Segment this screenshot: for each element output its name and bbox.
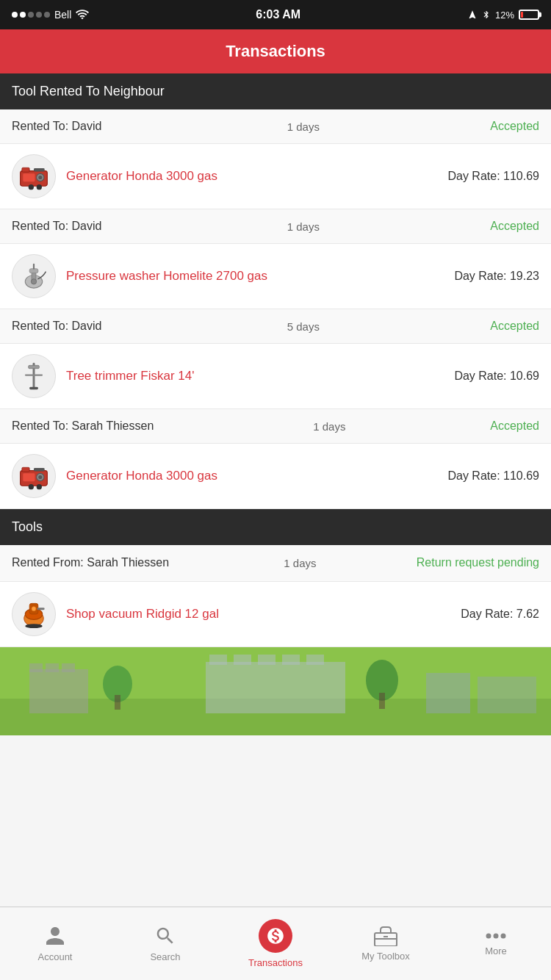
bluetooth-icon [482, 10, 491, 20]
svg-point-30 [25, 624, 42, 628]
status-5: Return request pending [417, 555, 539, 571]
nav-item-more[interactable]: More [441, 907, 551, 980]
svg-rect-29 [37, 608, 44, 610]
search-icon [154, 925, 176, 947]
battery-icon [519, 10, 539, 20]
svg-rect-42 [306, 655, 324, 665]
svg-rect-36 [62, 663, 75, 672]
person-icon [44, 925, 66, 947]
svg-point-54 [494, 934, 499, 939]
section-tool-rented-to-neighbour: Tool Rented To Neighbour [0, 73, 551, 109]
day-rate-3: Day Rate: 10.69 [454, 370, 539, 383]
svg-rect-46 [115, 695, 120, 710]
tool-detail-2: Pressure washer Homelite 2700 gas Day Ra… [0, 244, 551, 309]
nav-item-account[interactable]: Account [0, 907, 110, 980]
rented-to-label-3: Rented To: David [12, 320, 101, 333]
svg-rect-18 [23, 473, 35, 481]
map-area [0, 647, 551, 735]
tool-detail-4: Generator Honda 3000 gas Day Rate: 110.6… [0, 444, 551, 508]
nav-item-mytoolbox[interactable]: My Toolbox [331, 907, 441, 980]
svg-point-7 [37, 184, 42, 190]
days-label-2: 1 days [116, 220, 490, 233]
section-tools: Tools [0, 509, 551, 545]
transaction-header-2: Rented To: David 1 days Accepted [0, 209, 551, 244]
page-header: Transactions [0, 29, 551, 73]
svg-rect-21 [22, 467, 29, 472]
tool-detail-5: Shop vacuum Ridgid 12 gal Day Rate: 7.62 [0, 582, 551, 646]
status-bar: Bell 6:03 AM 12% [0, 0, 551, 29]
days-label-4: 1 days [168, 420, 490, 433]
nav-label-mytoolbox: My Toolbox [361, 951, 410, 962]
svg-rect-14 [29, 365, 40, 368]
transaction-item-3[interactable]: Rented To: David 5 days Accepted Tree tr… [0, 309, 551, 409]
svg-point-24 [37, 484, 42, 489]
svg-point-6 [29, 184, 34, 190]
nav-item-search[interactable]: Search [110, 907, 220, 980]
day-rate-5: Day Rate: 7.62 [461, 608, 539, 621]
rented-to-label-1: Rented To: David [12, 120, 101, 133]
status-4: Accepted [490, 419, 539, 433]
page-title: Transactions [226, 42, 325, 61]
transaction-header-1: Rented To: David 1 days Accepted [0, 109, 551, 144]
svg-rect-41 [282, 655, 300, 665]
status-2: Accepted [490, 220, 539, 233]
svg-rect-33 [29, 669, 88, 713]
map-svg [0, 647, 551, 735]
status-right: 12% [467, 10, 539, 21]
tool-name-4: Generator Honda 3000 gas [56, 468, 447, 484]
svg-rect-34 [29, 663, 43, 672]
wifi-icon [76, 10, 89, 20]
transaction-header-3: Rented To: David 5 days Accepted [0, 309, 551, 344]
vacuum-icon [18, 598, 50, 630]
day-rate-1: Day Rate: 110.69 [447, 170, 539, 183]
trimmer-icon [18, 360, 50, 392]
battery-fill [521, 12, 523, 18]
nav-item-transactions[interactable]: Transactions [220, 907, 331, 980]
svg-rect-22 [34, 468, 45, 471]
tool-icon-3 [12, 354, 56, 398]
nav-label-account: Account [38, 951, 73, 962]
day-rate-2: Day Rate: 19.23 [454, 270, 539, 283]
section-title-2: Tools [12, 519, 43, 534]
tool-name-2: Pressure washer Homelite 2700 gas [56, 268, 454, 284]
rented-from-label-5: Rented From: Sarah Thiessen [12, 556, 169, 569]
svg-point-12 [31, 279, 36, 284]
transactions-icon [266, 926, 285, 945]
transaction-item-1[interactable]: Rented To: David 1 days Accepted Generat… [0, 109, 551, 209]
svg-rect-44 [478, 677, 536, 713]
signal-dot-1 [12, 12, 18, 18]
transaction-item-2[interactable]: Rented To: David 1 days Accepted Pressur… [0, 209, 551, 309]
toolbox-icon [373, 926, 398, 946]
transaction-item-4[interactable]: Rented To: Sarah Thiessen 1 days Accepte… [0, 409, 551, 509]
svg-rect-5 [34, 168, 45, 171]
svg-rect-37 [206, 662, 345, 713]
svg-rect-43 [426, 673, 470, 713]
days-label-5: 1 days [184, 557, 417, 569]
transactions-icon-wrap [259, 919, 292, 953]
transaction-item-5[interactable]: Rented From: Sarah Thiessen 1 days Retur… [0, 545, 551, 647]
tool-name-3: Tree trimmer Fiskar 14' [56, 368, 454, 384]
bottom-nav: Account Search Transactions My Toolbox [0, 907, 551, 980]
svg-rect-4 [22, 167, 29, 172]
svg-rect-15 [29, 387, 38, 390]
days-label-3: 5 days [116, 320, 490, 333]
transaction-header-5: Rented From: Sarah Thiessen 1 days Retur… [0, 545, 551, 582]
svg-rect-1 [23, 173, 35, 181]
signal-dots [12, 12, 50, 18]
status-time: 6:03 AM [256, 8, 300, 21]
tool-name-1: Generator Honda 3000 gas [56, 168, 447, 184]
location-icon [467, 10, 478, 20]
nav-label-search: Search [150, 951, 180, 962]
rented-to-label-4: Rented To: Sarah Thiessen [12, 419, 154, 433]
section-title-1: Tool Rented To Neighbour [12, 84, 165, 98]
generator-icon-1 [18, 160, 50, 192]
status-left: Bell [12, 9, 89, 21]
days-label-1: 1 days [116, 120, 490, 133]
battery-label: 12% [495, 10, 514, 21]
status-1: Accepted [490, 120, 539, 133]
svg-point-53 [486, 934, 491, 939]
svg-point-20 [38, 475, 42, 479]
signal-dot-5 [44, 12, 50, 18]
signal-dot-3 [28, 12, 34, 18]
transaction-header-4: Rented To: Sarah Thiessen 1 days Accepte… [0, 409, 551, 444]
